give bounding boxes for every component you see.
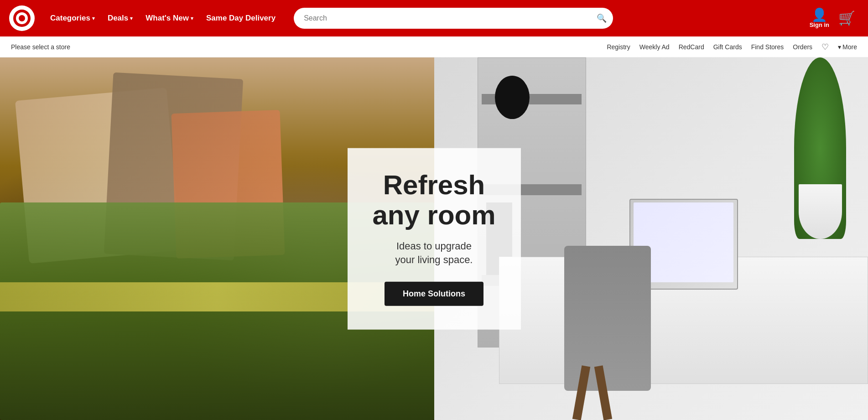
logo[interactable] (9, 5, 35, 31)
hero-title: Refresh any room (371, 170, 497, 230)
search-input[interactable] (294, 8, 613, 29)
hero-overlay-card: Refresh any room Ideas to upgradeyour li… (348, 148, 521, 330)
cart-button[interactable]: 🛒 (835, 11, 859, 25)
hero-section: Refresh any room Ideas to upgradeyour li… (0, 57, 868, 420)
user-icon: 👤 (811, 9, 827, 21)
home-solutions-button[interactable]: Home Solutions (385, 282, 483, 306)
svg-point-2 (19, 15, 25, 21)
same-day-delivery-nav[interactable]: Same Day Delivery (200, 14, 282, 23)
gift-cards-link[interactable]: Gift Cards (713, 43, 742, 51)
more-chevron-icon: ▾ (838, 43, 841, 51)
sign-in-button[interactable]: 👤 Sign in (806, 9, 833, 28)
deals-nav[interactable]: Deals ▾ (101, 14, 139, 23)
wishlist-icon[interactable]: ♡ (821, 42, 829, 52)
top-nav: Categories ▾ Deals ▾ What's New ▾ Same D… (0, 0, 868, 36)
more-link[interactable]: ▾ More (838, 43, 857, 51)
search-bar: 🔍 (294, 8, 613, 29)
sign-in-label: Sign in (810, 21, 829, 28)
deals-chevron-icon: ▾ (130, 16, 133, 21)
orders-link[interactable]: Orders (793, 43, 812, 51)
registry-link[interactable]: Registry (607, 43, 630, 51)
find-stores-link[interactable]: Find Stores (751, 43, 784, 51)
cart-icon: 🛒 (838, 10, 855, 26)
categories-chevron-icon: ▾ (92, 16, 95, 21)
redcard-link[interactable]: RedCard (679, 43, 704, 51)
whats-new-chevron-icon: ▾ (191, 16, 193, 21)
weekly-ad-link[interactable]: Weekly Ad (639, 43, 670, 51)
secondary-nav: Please select a store Registry Weekly Ad… (0, 36, 868, 57)
nav-links: Categories ▾ Deals ▾ What's New ▾ Same D… (44, 14, 282, 23)
search-icon[interactable]: 🔍 (597, 13, 607, 23)
whats-new-nav[interactable]: What's New ▾ (139, 14, 200, 23)
store-select[interactable]: Please select a store (11, 43, 70, 51)
nav-right: 👤 Sign in 🛒 (806, 9, 859, 28)
categories-nav[interactable]: Categories ▾ (44, 14, 101, 23)
hero-subtitle: Ideas to upgradeyour living space. (371, 239, 497, 267)
secondary-links: Registry Weekly Ad RedCard Gift Cards Fi… (607, 42, 857, 52)
